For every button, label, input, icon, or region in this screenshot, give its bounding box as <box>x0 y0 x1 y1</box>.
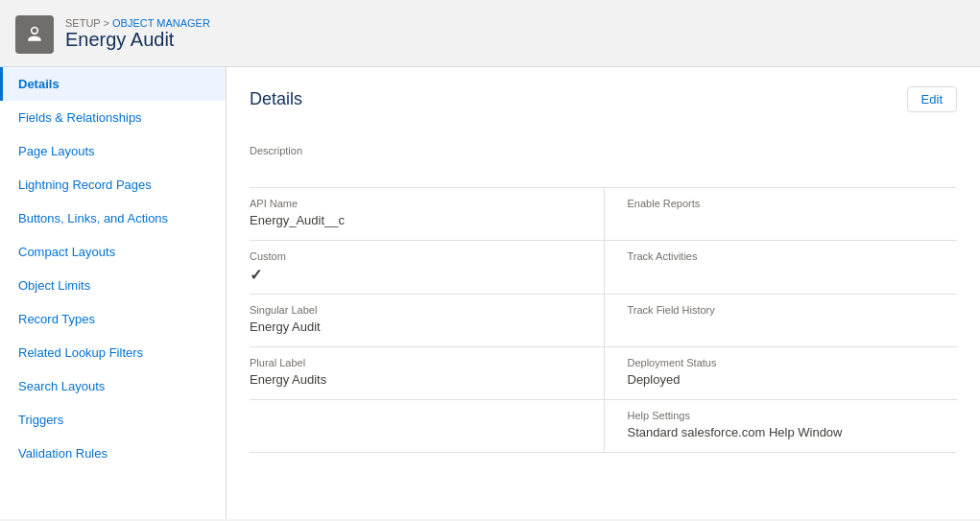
breadcrumb-object-manager[interactable]: OBJECT MANAGER <box>112 17 210 29</box>
sidebar-item-validation-rules[interactable]: Validation Rules <box>0 437 226 470</box>
sidebar-item-record-types[interactable]: Record Types <box>0 302 226 336</box>
content-header: Details Edit <box>250 86 957 116</box>
singular-label-label: Singular Label <box>250 304 588 316</box>
custom-label: Custom <box>250 250 588 262</box>
help-settings-field: Help Settings Standard salesforce.com He… <box>604 400 958 453</box>
help-settings-label: Help Settings <box>628 410 943 421</box>
singular-label-value: Energy Audit <box>250 320 588 337</box>
details-grid: Description API Name Energy_Audit__c Ena… <box>250 135 957 453</box>
object-icon <box>15 15 54 54</box>
sidebar: Details Fields & Relationships Page Layo… <box>0 67 227 519</box>
plural-label-field: Plural Label Energy Audits <box>250 347 604 400</box>
header-text: SETUP > OBJECT MANAGER Energy Audit <box>65 17 210 51</box>
breadcrumb-setup: SETUP <box>65 17 100 29</box>
custom-value: ✓ <box>250 266 588 284</box>
sidebar-item-page-layouts[interactable]: Page Layouts <box>0 134 226 168</box>
help-settings-value: Standard salesforce.com Help Window <box>628 425 943 442</box>
main-layout: Details Fields & Relationships Page Layo… <box>0 67 980 519</box>
empty-left-field <box>250 400 604 453</box>
content-title: Details <box>250 89 302 109</box>
api-name-value: Energy_Audit__c <box>250 213 588 230</box>
track-activities-label: Track Activities <box>628 250 943 262</box>
page-header: SETUP > OBJECT MANAGER Energy Audit <box>0 0 980 67</box>
deployment-status-value: Deployed <box>628 372 943 390</box>
sidebar-item-buttons-links-actions[interactable]: Buttons, Links, and Actions <box>0 201 226 235</box>
breadcrumb-separator: > <box>104 17 112 29</box>
breadcrumb: SETUP > OBJECT MANAGER <box>65 17 210 29</box>
main-content: Details Edit Description API Name Energy… <box>227 67 980 519</box>
sidebar-item-fields-relationships[interactable]: Fields & Relationships <box>0 101 226 134</box>
edit-button[interactable]: Edit <box>907 86 957 112</box>
sidebar-item-details[interactable]: Details <box>0 67 226 101</box>
sidebar-item-lightning-record-pages[interactable]: Lightning Record Pages <box>0 168 226 201</box>
singular-label-field: Singular Label Energy Audit <box>250 295 604 347</box>
deployment-status-label: Deployment Status <box>628 357 943 368</box>
description-value <box>250 160 957 178</box>
sidebar-item-related-lookup-filters[interactable]: Related Lookup Filters <box>0 336 226 369</box>
description-label: Description <box>250 145 957 156</box>
custom-field: Custom ✓ <box>250 241 604 295</box>
enable-reports-value <box>628 213 943 230</box>
sidebar-item-object-limits[interactable]: Object Limits <box>0 269 226 302</box>
api-name-label: API Name <box>250 198 588 209</box>
track-field-history-label: Track Field History <box>628 304 943 316</box>
description-field: Description <box>250 135 957 188</box>
plural-label-label: Plural Label <box>250 357 588 368</box>
page-title: Energy Audit <box>65 29 210 51</box>
track-field-history-field: Track Field History <box>604 295 958 347</box>
plural-label-value: Energy Audits <box>250 372 588 390</box>
enable-reports-field: Enable Reports <box>604 188 958 241</box>
track-field-history-value <box>628 320 943 337</box>
sidebar-item-triggers[interactable]: Triggers <box>0 403 226 437</box>
enable-reports-label: Enable Reports <box>628 198 943 209</box>
track-activities-field: Track Activities <box>604 241 958 295</box>
sidebar-item-search-layouts[interactable]: Search Layouts <box>0 369 226 403</box>
sidebar-item-compact-layouts[interactable]: Compact Layouts <box>0 235 226 269</box>
track-activities-value <box>628 266 943 283</box>
api-name-field: API Name Energy_Audit__c <box>250 188 604 241</box>
deployment-status-field: Deployment Status Deployed <box>604 347 958 400</box>
